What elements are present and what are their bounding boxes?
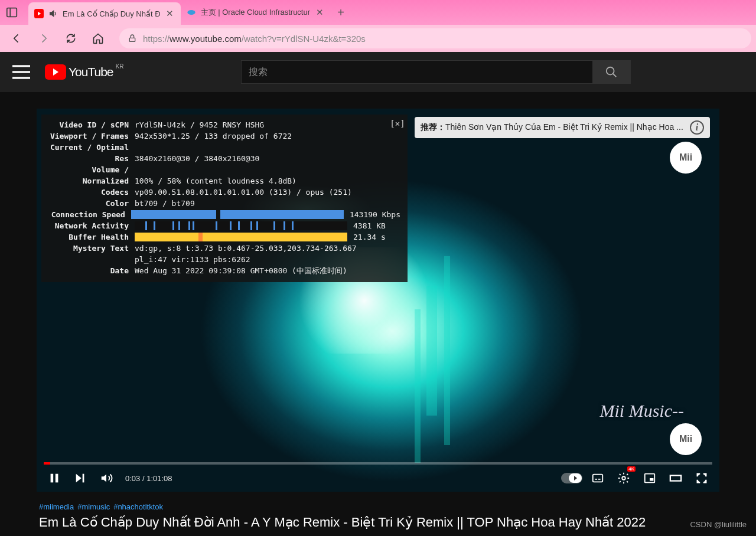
stats-label: Viewport / Frames bbox=[48, 130, 135, 142]
subtitles-button[interactable] bbox=[587, 468, 608, 489]
nav-home-button[interactable] bbox=[86, 27, 110, 50]
oracle-favicon-icon bbox=[187, 8, 196, 17]
url-text: https://www.youtube.com/watch?v=rYdlSN-U… bbox=[143, 34, 366, 44]
tab-close-icon[interactable]: ✕ bbox=[315, 8, 324, 17]
svg-rect-18 bbox=[650, 478, 653, 481]
video-frame-decoration bbox=[415, 309, 421, 463]
buffer-health-graph bbox=[135, 233, 347, 241]
channel-watermark-badge[interactable]: Mii bbox=[670, 423, 702, 455]
stats-value: rYdlSN-U4zk / 9452 RNSY HSHG bbox=[135, 119, 400, 130]
stats-label: Connection Speed bbox=[48, 209, 131, 220]
new-tab-button[interactable]: + bbox=[330, 0, 351, 25]
stats-label: Volume / bbox=[48, 164, 135, 175]
stats-value: 4381 KB bbox=[353, 220, 386, 231]
stats-label: Buffer Health bbox=[48, 231, 135, 243]
stats-value bbox=[135, 142, 400, 153]
miniplayer-button[interactable] bbox=[639, 468, 660, 489]
video-frame-decoration bbox=[426, 286, 437, 416]
svg-rect-13 bbox=[593, 475, 603, 482]
player-controls: 0:03 / 1:01:08 4K bbox=[37, 465, 719, 492]
stats-label: Codecs bbox=[48, 187, 135, 198]
fullscreen-button[interactable] bbox=[691, 468, 712, 489]
url-bar[interactable]: https://www.youtube.com/watch?v=rYdlSN-U… bbox=[119, 28, 751, 48]
video-stage: Mii Music-- Mii Mii 推荐：Thiên Sơn Vạn Thủ… bbox=[37, 109, 719, 530]
stats-value: vp09.00.51.08.01.01.01.01.00 (313) / opu… bbox=[135, 187, 400, 198]
stats-value: 100% / 58% (content loudness 4.8dB) bbox=[135, 175, 400, 187]
settings-button[interactable]: 4K bbox=[613, 468, 634, 489]
search-button[interactable] bbox=[592, 60, 630, 84]
theater-button[interactable] bbox=[665, 468, 686, 489]
stats-value: 143190 Kbps bbox=[350, 209, 400, 220]
quality-badge: 4K bbox=[627, 466, 636, 472]
video-title: Em Là Cố Chấp Duy Nhất Đời Anh - A Y Mạc… bbox=[39, 515, 717, 530]
browser-toolbar: https://www.youtube.com/watch?v=rYdlSN-U… bbox=[0, 25, 756, 52]
hashtag-link[interactable]: #nhachotitktok bbox=[113, 502, 163, 511]
svg-rect-11 bbox=[56, 474, 58, 483]
browser-tab[interactable]: 主页 | Oracle Cloud Infrastructur ✕ bbox=[181, 0, 330, 25]
video-frame-decoration bbox=[444, 256, 450, 445]
autoplay-toggle[interactable] bbox=[561, 473, 582, 483]
search-box: 搜索 bbox=[241, 60, 631, 84]
volume-button[interactable] bbox=[96, 468, 117, 489]
video-watermark: Mii Music-- bbox=[600, 401, 684, 421]
youtube-favicon-icon bbox=[34, 9, 44, 18]
recommendation-text: 推荐：Thiên Sơn Vạn Thủy Của Em - Biệt Tri … bbox=[421, 122, 685, 133]
stats-value: pl_i:47 vir:1133 pbs:6262 bbox=[135, 254, 400, 265]
svg-point-8 bbox=[607, 67, 614, 75]
stats-label: Date bbox=[48, 265, 135, 276]
video-description: #miimedia#mimusic#nhachotitktok Em Là Cố… bbox=[37, 492, 719, 530]
stats-label: Res bbox=[48, 153, 135, 164]
stats-value: bt709 / bt709 bbox=[135, 198, 400, 209]
lock-icon bbox=[128, 34, 137, 43]
hashtag-link[interactable]: #mimusic bbox=[77, 502, 110, 511]
stats-value: Wed Aug 31 2022 09:39:08 GMT+0800 (中国标准时… bbox=[135, 265, 400, 276]
stats-label: Color bbox=[48, 198, 135, 209]
info-icon[interactable]: i bbox=[690, 120, 704, 135]
youtube-masthead: YouTube KR 搜索 bbox=[0, 52, 756, 92]
browser-tab-strip: Em Là Cố Chấp Duy Nhất Đ ✕ 主页 | Oracle C… bbox=[0, 0, 756, 25]
next-button[interactable] bbox=[70, 468, 91, 489]
stats-value: 3840x2160@30 / 3840x2160@30 bbox=[135, 153, 400, 164]
stats-label: Video ID / sCPN bbox=[48, 119, 135, 130]
svg-rect-4 bbox=[129, 38, 135, 41]
stats-for-nerds-overlay: [✕] Video ID / sCPNrYdlSN-U4zk / 9452 RN… bbox=[41, 115, 408, 282]
hashtag-link[interactable]: #miimedia bbox=[39, 502, 74, 511]
time-display: 0:03 / 1:01:08 bbox=[125, 474, 172, 483]
youtube-play-icon bbox=[45, 64, 66, 80]
browser-tab-active[interactable]: Em Là Cố Chấp Duy Nhất Đ ✕ bbox=[28, 2, 181, 25]
stats-value: 942x530*1.25 / 133 dropped of 6722 bbox=[135, 130, 400, 142]
network-activity-graph bbox=[135, 221, 347, 230]
video-player[interactable]: Mii Music-- Mii Mii 推荐：Thiên Sơn Vạn Thủ… bbox=[37, 109, 719, 492]
stats-close-button[interactable]: [✕] bbox=[392, 118, 403, 129]
youtube-logo[interactable]: YouTube KR bbox=[45, 64, 113, 80]
svg-line-9 bbox=[613, 74, 617, 77]
connection-speed-graph bbox=[131, 210, 344, 219]
svg-rect-12 bbox=[83, 474, 84, 483]
stats-label: Mystery Text bbox=[48, 243, 135, 254]
pause-button[interactable] bbox=[44, 468, 65, 489]
tab-close-icon[interactable]: ✕ bbox=[165, 9, 175, 18]
stats-label bbox=[48, 254, 135, 265]
hashtags: #miimedia#mimusic#nhachotitktok bbox=[39, 502, 717, 511]
stats-label: Current / Optimal bbox=[48, 142, 135, 153]
nav-back-button[interactable] bbox=[5, 27, 28, 50]
svg-point-16 bbox=[622, 476, 625, 480]
channel-logo-badge[interactable]: Mii bbox=[670, 142, 702, 174]
sidebar-toggle[interactable] bbox=[0, 0, 24, 25]
svg-rect-10 bbox=[51, 474, 54, 483]
recommendation-card[interactable]: 推荐：Thiên Sơn Vạn Thủy Của Em - Biệt Tri … bbox=[415, 117, 710, 138]
tab-title: 主页 | Oracle Cloud Infrastructur bbox=[201, 7, 310, 18]
nav-refresh-button[interactable] bbox=[59, 27, 83, 50]
hamburger-menu-button[interactable] bbox=[9, 60, 33, 84]
search-input[interactable]: 搜索 bbox=[242, 66, 592, 79]
nav-forward-button[interactable] bbox=[32, 27, 56, 50]
stats-value: 21.34 s bbox=[353, 231, 386, 243]
svg-rect-0 bbox=[7, 8, 17, 17]
svg-rect-19 bbox=[670, 475, 681, 481]
stats-label: Network Activity bbox=[48, 220, 135, 231]
tab-audio-icon[interactable] bbox=[48, 9, 58, 18]
stats-label: Normalized bbox=[48, 175, 135, 187]
stats-value: vd:gp, s:8 t:3.73 b:0.467-25.033,203.734… bbox=[135, 243, 400, 254]
youtube-region: KR bbox=[116, 63, 124, 70]
svg-point-3 bbox=[187, 10, 195, 15]
